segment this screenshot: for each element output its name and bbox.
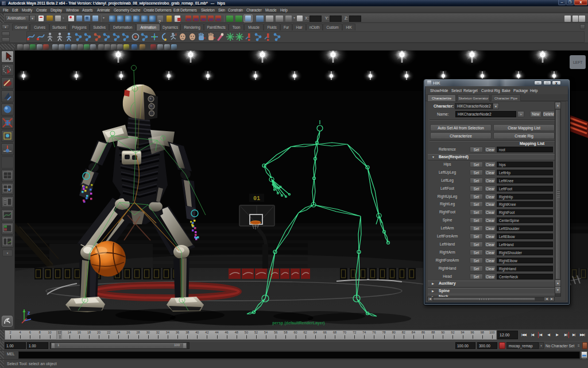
svg-text:persp (defaultRenderLayer): persp (defaultRenderLayer): [272, 321, 324, 325]
svg-text:Z: Z: [28, 311, 30, 315]
svg-text:01: 01: [253, 195, 260, 202]
svg-text:LEFT: LEFT: [573, 60, 582, 64]
